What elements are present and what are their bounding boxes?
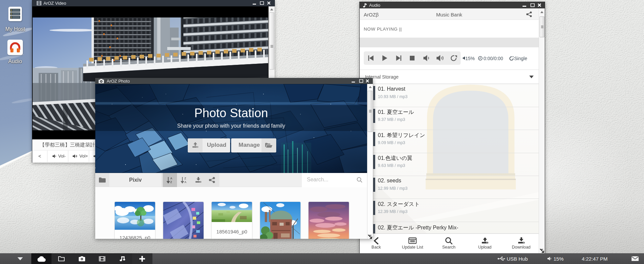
svg-text:Z: Z: [170, 180, 172, 183]
svg-text:Z: Z: [184, 177, 186, 180]
svg-text:A: A: [170, 177, 172, 180]
svg-text:A: A: [184, 180, 186, 183]
